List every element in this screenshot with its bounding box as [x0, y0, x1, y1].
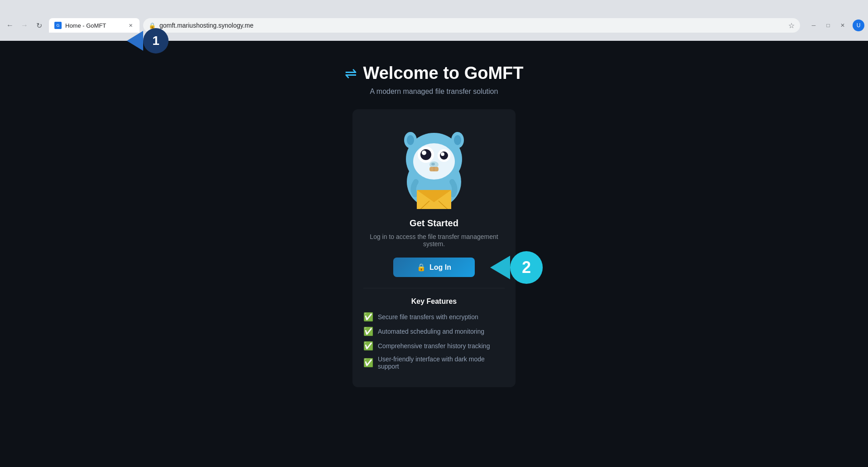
feature-item-3: ✅ Comprehensive transfer history trackin…	[363, 341, 505, 351]
feature-item-1: ✅ Secure file transfers with encryption	[363, 312, 505, 322]
check-icon-1: ✅	[363, 312, 373, 322]
refresh-button[interactable]: ↻	[33, 19, 45, 32]
tab-title: Home - GoMFT	[65, 22, 123, 29]
url-input[interactable]	[159, 22, 785, 29]
forward-button[interactable]: →	[18, 19, 31, 32]
svg-point-11	[440, 151, 448, 160]
mascot-container	[393, 123, 475, 209]
svg-point-8	[420, 149, 431, 160]
feature-item-4: ✅ User-friendly interface with dark mode…	[363, 355, 505, 370]
annotation-2-circle: 2	[510, 251, 543, 284]
key-features-section: Key Features ✅ Secure file transfers wit…	[363, 288, 505, 375]
close-window-button[interactable]: ✕	[836, 19, 849, 32]
main-card: Get Started Log in to access the file tr…	[352, 109, 516, 387]
browser-nav-buttons: ← → ↻	[4, 19, 45, 32]
annotation-1-arrow	[127, 31, 143, 51]
bookmark-icon[interactable]: ☆	[788, 21, 795, 30]
annotation-2: 2	[490, 251, 543, 284]
page-title: Welcome to GoMFT	[363, 63, 524, 83]
annotation-2-arrow	[490, 256, 510, 279]
get-started-title: Get Started	[410, 218, 458, 229]
svg-point-9	[422, 151, 426, 155]
svg-point-12	[441, 152, 444, 156]
annotation-1-circle: 1	[143, 28, 169, 54]
svg-point-5	[454, 135, 461, 145]
key-features-title: Key Features	[363, 297, 505, 306]
check-icon-4: ✅	[363, 358, 373, 368]
annotation-1: 1	[127, 28, 169, 54]
lock-icon-btn: 🔒	[417, 263, 426, 272]
feature-item-2: ✅ Automated scheduling and monitoring	[363, 326, 505, 336]
feature-text-3: Comprehensive transfer history tracking	[378, 342, 490, 350]
restore-button[interactable]: □	[822, 19, 834, 32]
feature-text-2: Automated scheduling and monitoring	[378, 328, 484, 335]
get-started-description: Log in to access the file transfer manag…	[363, 233, 505, 248]
page-subtitle: A modern managed file transfer solution	[345, 88, 524, 96]
svg-point-4	[407, 135, 414, 145]
header-title-row: ⇌ Welcome to GoMFT	[345, 63, 524, 83]
page-header: ⇌ Welcome to GoMFT A modern managed file…	[345, 63, 524, 96]
browser-chrome: ← → ↻ G Home - GoMFT ✕ 🔒 ☆ ─ □ ✕ U	[0, 0, 868, 41]
check-icon-2: ✅	[363, 326, 373, 336]
gopher-mascot	[393, 123, 475, 209]
address-bar: 🔒 ☆	[143, 18, 800, 33]
minimize-button[interactable]: ─	[807, 19, 820, 32]
tab-favicon: G	[54, 22, 62, 29]
login-button-container: 🔒 Log In 2	[393, 258, 475, 277]
active-tab[interactable]: G Home - GoMFT ✕	[49, 18, 140, 33]
feature-text-4: User-friendly interface with dark mode s…	[378, 355, 505, 370]
profile-avatar[interactable]: U	[853, 19, 864, 31]
check-icon-3: ✅	[363, 341, 373, 351]
login-button[interactable]: 🔒 Log In	[393, 258, 475, 277]
page-content: ⇌ Welcome to GoMFT A modern managed file…	[0, 41, 868, 467]
back-button[interactable]: ←	[4, 19, 16, 32]
browser-top-bar	[0, 0, 868, 18]
feature-text-1: Secure file transfers with encryption	[378, 313, 478, 321]
svg-point-14	[431, 163, 435, 165]
transfer-icon: ⇌	[345, 65, 357, 82]
